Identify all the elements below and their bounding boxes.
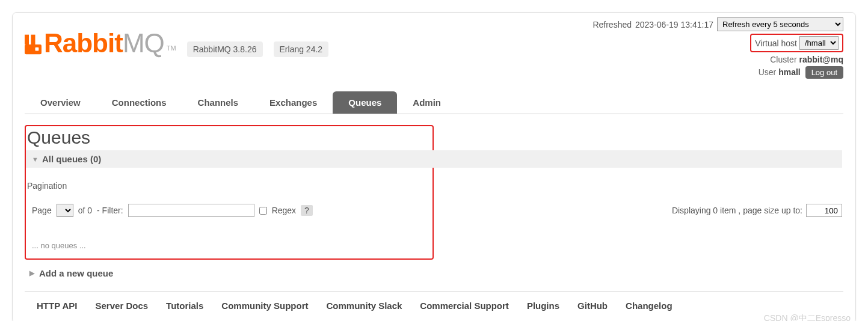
all-queues-section[interactable]: ▼ All queues (0) (26, 150, 842, 168)
footer-plugins[interactable]: Plugins (527, 301, 559, 311)
cluster-value: rabbit@mq (799, 55, 843, 64)
footer-community-support[interactable]: Community Support (221, 301, 308, 311)
refreshed-label: Refreshed (593, 20, 632, 29)
logo-text-mq: MQ (123, 28, 164, 58)
filter-label: - Filter: (97, 206, 123, 215)
tab-connections[interactable]: Connections (96, 91, 182, 114)
page-of-label: of 0 (78, 206, 92, 215)
user-value: hmall (778, 67, 801, 77)
footer-server-docs[interactable]: Server Docs (96, 301, 149, 311)
logo-text-rabbit: Rabbit (44, 28, 123, 58)
add-new-queue[interactable]: ▶ Add a new queue (25, 268, 843, 278)
footer-changelog[interactable]: Changelog (626, 301, 673, 311)
regex-checkbox[interactable] (259, 207, 267, 215)
chevron-down-icon: ▼ (32, 156, 38, 163)
nav-tabs: Overview Connections Channels Exchanges … (25, 91, 843, 114)
pagesize-input[interactable] (806, 204, 842, 217)
watermark: CSDN @中二Espresso (764, 313, 851, 321)
logout-button[interactable]: Log out (805, 66, 843, 79)
footer-links: HTTP API Server Docs Tutorials Community… (25, 292, 843, 311)
page-select[interactable] (57, 204, 73, 217)
refreshed-time: 2023-06-19 13:41:17 (635, 20, 713, 29)
empty-state: ... no queues ... (32, 241, 432, 250)
refresh-interval-select[interactable]: Refresh every 5 seconds (717, 17, 843, 31)
cluster-label: Cluster (770, 55, 796, 64)
footer-commercial-support[interactable]: Commercial Support (420, 301, 509, 311)
svg-rect-1 (31, 35, 35, 44)
regex-help[interactable]: ? (301, 205, 313, 216)
virtual-host-box: Virtual host /hmall (750, 34, 843, 52)
chevron-right-icon: ▶ (29, 269, 34, 277)
regex-label: Regex (272, 206, 296, 215)
footer-github[interactable]: GitHub (577, 301, 608, 311)
logo-tm: TM (167, 44, 176, 52)
section-label: All queues (0) (42, 154, 101, 164)
page-title: Queues (27, 127, 432, 148)
displaying-label: Displaying 0 item , page size up to: (672, 206, 802, 215)
tab-overview[interactable]: Overview (25, 91, 96, 114)
tab-admin[interactable]: Admin (397, 91, 457, 114)
tab-exchanges[interactable]: Exchanges (254, 91, 333, 114)
footer-tutorials[interactable]: Tutorials (166, 301, 203, 311)
svg-rect-3 (35, 47, 39, 51)
footer-community-slack[interactable]: Community Slack (326, 301, 402, 311)
filter-input[interactable] (128, 204, 254, 217)
logo: RabbitMQ TM (25, 28, 176, 58)
svg-rect-2 (25, 44, 42, 54)
rabbitmq-version: RabbitMQ 3.8.26 (187, 41, 263, 57)
vhost-label: Virtual host (755, 38, 797, 48)
add-queue-label: Add a new queue (39, 268, 113, 278)
footer-http-api[interactable]: HTTP API (37, 301, 78, 311)
vhost-select[interactable]: /hmall (799, 36, 839, 50)
erlang-version: Erlang 24.2 (274, 41, 329, 57)
pagination-label: Pagination (27, 181, 432, 191)
page-label: Page (32, 206, 52, 215)
rabbitmq-icon (25, 34, 42, 55)
user-label: User (759, 67, 777, 77)
tab-channels[interactable]: Channels (182, 91, 254, 114)
tab-queues[interactable]: Queues (333, 91, 397, 114)
svg-rect-0 (25, 35, 29, 44)
